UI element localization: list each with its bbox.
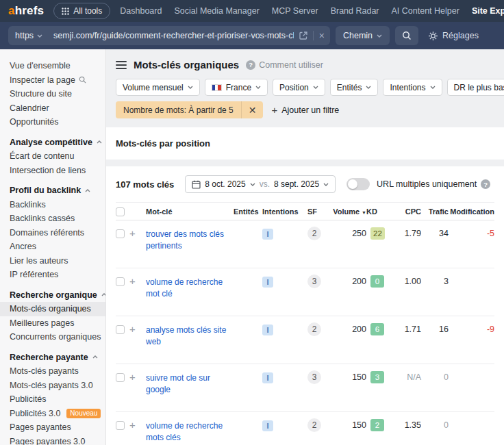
topbar-nav-site-explorer[interactable]: Site Explorer bbox=[472, 6, 504, 16]
add-keyword-icon[interactable]: + bbox=[129, 275, 136, 287]
sidebar-item-publicites[interactable]: Publicités bbox=[0, 392, 105, 407]
keyword-link[interactable]: suivre mot cle sur google bbox=[146, 372, 231, 396]
sidebar-item-vue-d-ensemble[interactable]: Vue d'ensemble bbox=[0, 59, 105, 73]
sidebar-item-label: Publicités bbox=[10, 394, 47, 404]
sidebar-item-intersection-de-liens[interactable]: Intersection de liens bbox=[0, 164, 105, 178]
protocol-dropdown[interactable]: https bbox=[8, 26, 49, 45]
help-icon[interactable]: ? bbox=[481, 179, 490, 189]
sidebar-section-recherche-payante[interactable]: Recherche payante bbox=[0, 351, 105, 365]
sidebar-item-label: Backlinks bbox=[10, 200, 46, 209]
filter-pill-france[interactable]: France bbox=[205, 79, 268, 96]
all-tools-button[interactable]: All tools bbox=[53, 3, 110, 19]
topbar-nav-ai-content-helper[interactable]: AI Content Helper bbox=[392, 6, 459, 16]
add-keyword-icon[interactable]: + bbox=[129, 323, 136, 335]
kd-cell: 22 bbox=[366, 220, 391, 268]
sidebar-item-backlinks[interactable]: Backlinks bbox=[0, 198, 105, 212]
target-url-input[interactable]: semji.com/fr/guide/comment-rechercher-et… bbox=[49, 31, 294, 40]
search-icon bbox=[79, 76, 86, 84]
column-header-entites[interactable]: Entités bbox=[234, 203, 262, 220]
sidebar-item-opportunites[interactable]: Opportunités bbox=[0, 115, 105, 129]
column-header-intentions[interactable]: Intentions bbox=[262, 203, 307, 220]
sidebar-section-recherche-organique[interactable]: Recherche organique bbox=[0, 288, 105, 303]
how-to-use-link[interactable]: ? Comment utiliser bbox=[246, 60, 323, 70]
add-keyword-icon[interactable]: + bbox=[129, 371, 136, 383]
sidebar-item-pages-payantes[interactable]: Pages payantes bbox=[0, 420, 105, 435]
traffic-value: 0 bbox=[444, 372, 449, 382]
topbar-nav-brand-radar[interactable]: Brand Radar bbox=[331, 6, 379, 16]
topbar-nav-dashboard[interactable]: Dashboard bbox=[120, 6, 162, 16]
sidebar-section-analyse-competitive[interactable]: Analyse compétitive bbox=[0, 136, 105, 150]
column-header-mot-cle[interactable]: Mot-clé bbox=[146, 203, 234, 220]
filter-pill-position[interactable]: Position bbox=[273, 79, 325, 96]
how-to-use-label: Comment utiliser bbox=[259, 60, 323, 70]
row-checkbox[interactable] bbox=[116, 421, 125, 430]
topbar-nav-social-media-manager[interactable]: Social Media Manager bbox=[174, 6, 259, 16]
intent-badge: I bbox=[262, 372, 273, 383]
column-header-modification[interactable]: Modification bbox=[449, 203, 494, 220]
sidebar-section-profil-du-backlink[interactable]: Profil du backlink bbox=[0, 183, 105, 198]
intent-badge: I bbox=[262, 277, 273, 288]
filter-pill-intentions[interactable]: Intentions bbox=[383, 79, 442, 96]
keyword-link[interactable]: analyse mots clés site web bbox=[146, 325, 231, 348]
sidebar-item-label: Domaines référents bbox=[10, 228, 84, 238]
clear-url-icon[interactable]: × bbox=[314, 26, 330, 45]
filter-pill-entites[interactable]: Entités bbox=[330, 79, 379, 96]
row-checkbox[interactable] bbox=[116, 373, 125, 382]
sidebar-item-calendrier[interactable]: Calendrier bbox=[0, 101, 105, 116]
column-header-volume[interactable]: Volume▼ bbox=[331, 203, 366, 220]
keyword-link[interactable]: volume de recherche mot clé bbox=[146, 277, 231, 301]
date-compare-control[interactable]: 8 oct. 2025 vs. 8 sept. 2025 bbox=[185, 175, 336, 193]
volume-cell: 200 bbox=[331, 316, 366, 364]
filter-pill-volume-mensuel[interactable]: Volume mensuel bbox=[116, 79, 200, 96]
mode-dropdown[interactable]: Chemin bbox=[336, 26, 390, 45]
topbar-nav-mcp-server[interactable]: MCP Server bbox=[272, 6, 318, 16]
open-url-icon[interactable] bbox=[294, 26, 313, 45]
sidebar-item-concurrents-organiques[interactable]: Concurrents organiques bbox=[0, 330, 105, 344]
sidebar-item-publicites-3-0[interactable]: Publicités 3.0Nouveau bbox=[0, 407, 105, 421]
sidebar-item-meilleures-pages[interactable]: Meilleures pages bbox=[0, 316, 105, 331]
add-keyword-icon[interactable]: + bbox=[129, 227, 136, 239]
sidebar-item-backlinks-casses[interactable]: Backlinks cassés bbox=[0, 212, 105, 226]
remove-filter-icon[interactable]: ✕ bbox=[242, 105, 264, 116]
keyword-link[interactable]: volume de recherche mots clés bbox=[146, 420, 231, 444]
sidebar-item-lier-les-auteurs[interactable]: Lier les auteurs bbox=[0, 254, 105, 268]
search-button[interactable] bbox=[395, 26, 418, 45]
sidebar-item-mots-cles-payants[interactable]: Mots-clés payants bbox=[0, 364, 105, 379]
sidebar-item-label: Lier les auteurs bbox=[10, 256, 68, 266]
sidebar-item-structure-du-site[interactable]: Structure du site bbox=[0, 87, 105, 101]
sidebar-item-ip-referentes[interactable]: IP référentes bbox=[0, 268, 105, 282]
active-filter-label: Nombre de mots: À partir de 5 bbox=[116, 105, 241, 115]
row-checkbox[interactable] bbox=[116, 229, 125, 238]
ahrefs-logo[interactable]: ahrefs bbox=[8, 4, 44, 18]
add-filter-button[interactable]: + Ajouter un filtre bbox=[271, 104, 339, 116]
column-header-kd[interactable]: KD bbox=[366, 203, 391, 220]
date-to[interactable]: 8 sept. 2025 bbox=[274, 179, 319, 189]
sidebar-item-domaines-referents[interactable]: Domaines référents bbox=[0, 226, 105, 240]
sidebar-item-mots-cles-organiques[interactable]: Mots-clés organiques bbox=[0, 302, 105, 316]
row-checkbox[interactable] bbox=[116, 325, 125, 334]
add-filter-label: Ajouter un filtre bbox=[281, 105, 339, 115]
sidebar-item-ecart-de-contenu[interactable]: Écart de contenu bbox=[0, 149, 105, 164]
add-keyword-icon[interactable]: + bbox=[129, 419, 136, 431]
sidebar-item-pages-payantes-3-0[interactable]: Pages payantes 3.0 bbox=[0, 435, 105, 445]
settings-button[interactable]: Réglages bbox=[428, 31, 479, 41]
sidebar-item-inspecter-la-page[interactable]: Inspecter la page bbox=[0, 73, 105, 88]
sidebar-item-mots-cles-payants-3-0[interactable]: Mots-clés payants 3.0 bbox=[0, 379, 105, 393]
menu-icon[interactable] bbox=[116, 61, 127, 69]
toggle-label: URL multiples uniquement bbox=[377, 179, 477, 189]
date-from[interactable]: 8 oct. 2025 bbox=[205, 179, 245, 189]
select-all-checkbox[interactable] bbox=[116, 207, 125, 216]
row-checkbox[interactable] bbox=[116, 277, 125, 286]
filter-pill-dr-le-plus-bas[interactable]: DR le plus bas bbox=[447, 79, 504, 96]
filter-pill-label: Intentions bbox=[390, 83, 425, 92]
sidebar-item-ancres[interactable]: Ancres bbox=[0, 240, 105, 254]
keyword-link[interactable]: trouver des mots clés pertinents bbox=[146, 229, 231, 253]
serp-features-badge: 2 bbox=[307, 322, 321, 336]
multiple-urls-toggle[interactable] bbox=[346, 178, 370, 190]
column-header-sf[interactable]: SF bbox=[307, 203, 331, 220]
serp-features-badge: 3 bbox=[307, 370, 321, 384]
column-header-trafic[interactable]: Trafic bbox=[421, 203, 449, 220]
column-header-cpc[interactable]: CPC bbox=[391, 203, 421, 220]
keyword-count: 107 mots clés bbox=[116, 179, 174, 190]
sidebar-section-label: Profil du backlink bbox=[10, 186, 81, 195]
